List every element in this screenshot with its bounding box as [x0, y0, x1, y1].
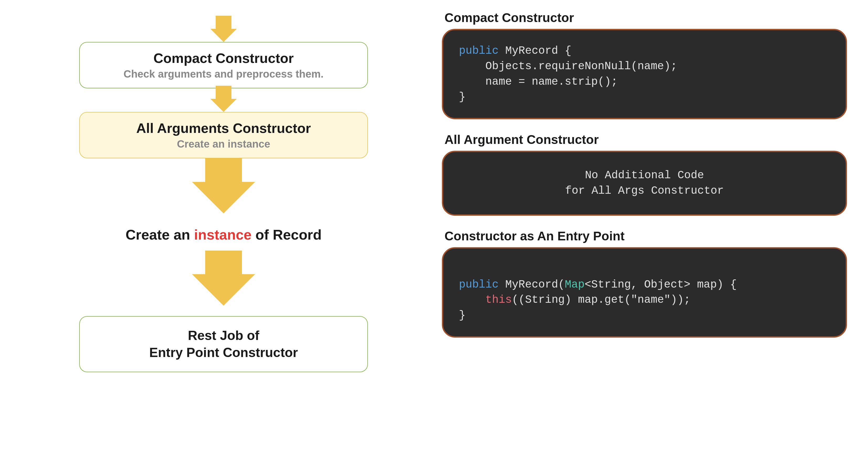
allarg-code-block: No Additional Code for All Args Construc… — [442, 151, 847, 216]
compact-code-block: public MyRecord { Objects.requireNonNull… — [442, 29, 847, 119]
compact-subtitle: Check arguments and preprocess them. — [93, 68, 354, 80]
code-text: ((String) map.get("name")); — [512, 294, 691, 306]
code-column: Compact Constructor public MyRecord { Ob… — [442, 10, 847, 455]
entry-code-heading: Constructor as An Entry Point — [444, 229, 847, 243]
compact-code-heading: Compact Constructor — [444, 10, 847, 25]
entry-code-block: public MyRecord(Map<String, Object> map)… — [442, 247, 847, 338]
arrow-down-icon — [211, 99, 237, 112]
allargs-title: All Arguments Constructor — [93, 120, 354, 136]
code-text: No Additional Code — [585, 169, 704, 181]
code-text: <String, Object> map) { — [585, 278, 737, 291]
instance-suffix: of Record — [252, 227, 322, 242]
keyword-public: public — [459, 44, 499, 57]
code-text: } — [459, 91, 465, 103]
code-text: name = name.strip(); — [459, 75, 618, 88]
arrow-down-big-icon — [192, 274, 255, 306]
arrow-down-icon — [211, 29, 237, 42]
code-text: } — [459, 309, 465, 322]
rest-line2: Entry Point Constructor — [93, 344, 354, 361]
flow-box-allargs: All Arguments Constructor Create an inst… — [79, 112, 368, 158]
arrow-down-big-icon — [192, 182, 255, 213]
flow-box-rest: Rest Job of Entry Point Constructor — [79, 316, 368, 372]
big-arrow-wrapper-2 — [192, 251, 255, 306]
instance-prefix: Create an — [125, 227, 194, 242]
rest-line1: Rest Job of — [93, 327, 354, 344]
flow-box-compact: Compact Constructor Check arguments and … — [79, 42, 368, 88]
keyword-public: public — [459, 278, 499, 291]
instance-text: Create an instance of Record — [125, 227, 321, 243]
instance-highlight: instance — [194, 227, 252, 242]
code-text: for All Args Constructor — [565, 185, 724, 197]
code-section-entry: Constructor as An Entry Point public MyR… — [442, 229, 847, 338]
compact-title: Compact Constructor — [93, 50, 354, 66]
flowchart-column: Compact Constructor Check arguments and … — [21, 10, 426, 455]
code-section-compact: Compact Constructor public MyRecord { Ob… — [442, 10, 847, 119]
allargs-subtitle: Create an instance — [93, 138, 354, 150]
code-text: MyRecord( — [499, 278, 565, 291]
code-text: MyRecord { — [499, 44, 571, 57]
type-map: Map — [565, 278, 585, 291]
keyword-this: this — [486, 294, 512, 306]
code-indent — [459, 294, 486, 306]
big-arrow-wrapper — [192, 158, 255, 213]
allarg-code-heading: All Argument Constructor — [444, 132, 847, 147]
code-section-allarg: All Argument Constructor No Additional C… — [442, 132, 847, 216]
code-text: Objects.requireNonNull(name); — [459, 60, 677, 73]
